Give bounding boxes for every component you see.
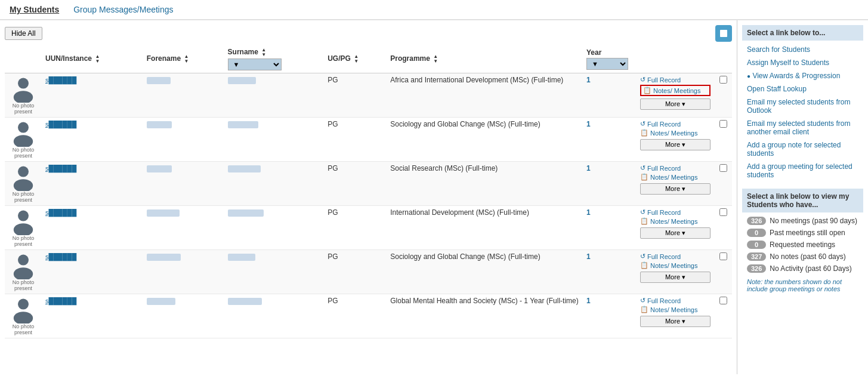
row-checkbox[interactable]	[719, 297, 727, 304]
sidebar-link-staff[interactable]: Open Staff Lookup	[742, 82, 863, 95]
svg-point-12	[14, 312, 33, 323]
nav-group-messages[interactable]: Group Messages/Meetings	[73, 5, 173, 14]
sidebar-link-group-meeting[interactable]: Add a group meeting for selected student…	[742, 160, 863, 181]
programme-cell: Sociology and Global Change (MSc) (Full-…	[387, 118, 583, 162]
ugpg-cell: PG	[324, 118, 387, 162]
sidebar-stat[interactable]: 326 No Activity (past 60 Days)	[742, 263, 863, 275]
sidebar-note: Note: the numbers shown do not include g…	[742, 275, 863, 296]
more-button[interactable]: More ▾	[640, 139, 711, 150]
table-row: No photo present s██████ PGInternational…	[5, 206, 732, 250]
sidebar-stat[interactable]: 327 No notes (past 60 days)	[742, 251, 863, 263]
forename-cell	[143, 118, 224, 162]
svg-point-1	[18, 78, 29, 89]
sidebar-link-assign[interactable]: Assign Myself to Students	[742, 56, 863, 69]
col-surname: Surname ▲▼ ▼	[224, 45, 325, 73]
content-area: Hide All UUN/Instance ▲▼ Forename ▲▼	[0, 20, 737, 374]
sidebar-header: Select a link below to...	[742, 25, 863, 41]
photo-cell: No photo present	[5, 162, 42, 206]
year-cell: 1	[583, 73, 637, 118]
surname-filter[interactable]: ▼	[228, 58, 282, 70]
uun-link[interactable]: s██████	[45, 209, 76, 216]
more-button[interactable]: More ▾	[640, 227, 711, 239]
uun-cell: s██████	[42, 118, 143, 162]
svg-point-7	[18, 211, 29, 221]
more-button[interactable]: More ▾	[640, 272, 711, 283]
notes-icon: 📋	[640, 261, 648, 269]
table-row: No photo present s██████ PGSocial Resear…	[5, 162, 732, 206]
ugpg-cell: PG	[324, 294, 387, 338]
full-record-link[interactable]: ↺ Full Record	[640, 120, 711, 128]
checkbox-cell	[714, 294, 732, 338]
forename-value	[147, 254, 181, 261]
year-cell: 1	[583, 294, 637, 338]
uun-link[interactable]: s██████	[45, 76, 76, 84]
sidebar-link-awards[interactable]: ● View Awards & Progression	[742, 69, 863, 82]
photo-placeholder: No photo present	[8, 76, 38, 115]
notes-meetings-link[interactable]: 📋 Notes/ Meetings	[640, 129, 711, 137]
full-record-link[interactable]: ↺ Full Record	[640, 76, 711, 84]
row-checkbox[interactable]	[719, 252, 727, 260]
photo-cell: No photo present	[5, 294, 42, 338]
svg-point-3	[18, 122, 29, 133]
sort-forename[interactable]: ▲▼	[184, 54, 189, 64]
more-button[interactable]: More ▾	[640, 183, 711, 195]
actions-cell: ↺ Full Record 📋 Notes/ Meetings More ▾	[637, 73, 714, 118]
row-checkbox[interactable]	[719, 164, 727, 172]
notes-meetings-link[interactable]: 📋 Notes/ Meetings	[640, 85, 711, 96]
sidebar-link-email-outlook[interactable]: Email my selected students from Outlook	[742, 95, 863, 117]
notes-meetings-link[interactable]: 📋 Notes/ Meetings	[640, 261, 711, 269]
no-photo-label: No photo present	[8, 147, 38, 159]
sidebar-stat[interactable]: 0 Requested meetings	[742, 239, 863, 251]
more-button[interactable]: More ▾	[640, 98, 711, 110]
notes-icon: 📋	[640, 306, 648, 313]
notes-meetings-link[interactable]: 📋 Notes/ Meetings	[640, 173, 711, 181]
stat-badge: 327	[747, 252, 766, 261]
full-record-link[interactable]: ↺ Full Record	[640, 297, 711, 304]
sort-surname[interactable]: ▲▼	[261, 48, 266, 57]
checkbox-cell	[714, 206, 732, 250]
notes-icon: 📋	[640, 129, 648, 137]
surname-cell	[224, 250, 325, 294]
programme-cell: Social Research (MSc) (Full-time)	[387, 162, 583, 206]
sort-ugpg[interactable]: ▲▼	[354, 54, 359, 64]
uun-link[interactable]: s██████	[45, 297, 76, 304]
no-photo-label: No photo present	[8, 323, 38, 335]
sidebar-link-group-note[interactable]: Add a group note for selected students	[742, 138, 863, 160]
row-checkbox[interactable]	[719, 120, 727, 128]
sidebar-link-search[interactable]: Search for Students	[742, 43, 863, 56]
sidebar-section2-header: Select a link below to view my Students …	[742, 189, 863, 212]
col-photo	[5, 45, 42, 73]
col-year: Year ▼	[583, 45, 637, 73]
sort-uun[interactable]: ▲▼	[95, 54, 100, 64]
more-button[interactable]: More ▾	[640, 316, 711, 327]
toggle-button[interactable]	[715, 25, 732, 42]
full-record-link[interactable]: ↺ Full Record	[640, 252, 711, 260]
sidebar-stat[interactable]: 0 Past meetings still open	[742, 227, 863, 239]
table-row: No photo present s██████ PGGlobal Mental…	[5, 294, 732, 338]
no-photo-label: No photo present	[8, 103, 38, 115]
svg-point-5	[18, 167, 29, 177]
uun-link[interactable]: s██████	[45, 165, 76, 172]
stat-label: No notes (past 60 days)	[770, 252, 845, 261]
notes-meetings-link[interactable]: 📋 Notes/ Meetings	[640, 306, 711, 313]
full-record-link[interactable]: ↺ Full Record	[640, 208, 711, 216]
uun-link[interactable]: s██████	[45, 121, 76, 128]
row-checkbox[interactable]	[719, 76, 727, 84]
uun-cell: s██████	[42, 250, 143, 294]
notes-meetings-link[interactable]: 📋 Notes/ Meetings	[640, 217, 711, 225]
nav-my-students[interactable]: My Students	[10, 5, 59, 14]
hide-all-button[interactable]: Hide All	[5, 27, 42, 40]
photo-cell: No photo present	[5, 206, 42, 250]
year-filter[interactable]: ▼	[586, 58, 628, 70]
sidebar-stat[interactable]: 326 No meetings (past 90 days)	[742, 215, 863, 227]
photo-placeholder: No photo present	[8, 164, 38, 203]
sidebar-link-email-other[interactable]: Email my selected students from another …	[742, 117, 863, 138]
forename-cell	[143, 206, 224, 250]
sort-programme[interactable]: ▲▼	[433, 54, 438, 64]
row-checkbox[interactable]	[719, 208, 727, 216]
notes-icon: 📋	[640, 173, 648, 181]
uun-link[interactable]: s██████	[45, 253, 76, 260]
actions-cell: ↺ Full Record 📋 Notes/ Meetings More ▾	[637, 294, 714, 338]
table-row: No photo present s██████ PGAfrica and In…	[5, 73, 732, 118]
full-record-link[interactable]: ↺ Full Record	[640, 164, 711, 172]
